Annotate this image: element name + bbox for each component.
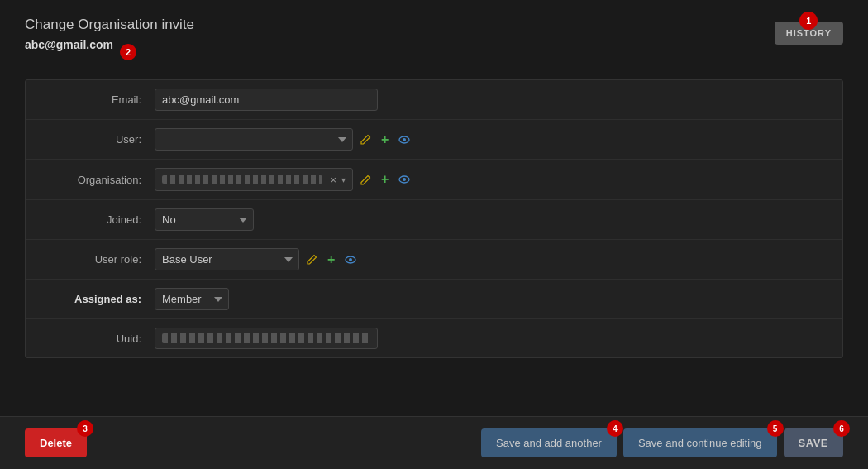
user-role-select-wrap: Base User Admin Manager +	[155, 248, 359, 270]
user-role-select[interactable]: Base User Admin Manager	[155, 248, 299, 270]
user-label: User:	[39, 133, 155, 146]
user-select[interactable]	[155, 128, 353, 151]
org-select-wrap: × ▾ +	[155, 168, 413, 191]
save-continue-wrap: Save and continue editing 5	[623, 428, 777, 457]
save-badge: 6	[833, 420, 850, 437]
email-row: Email:	[26, 80, 842, 120]
user-role-label: User role:	[39, 253, 155, 266]
save-and-continue-button[interactable]: Save and continue editing	[623, 428, 777, 457]
uuid-label: Uuid:	[39, 333, 155, 345]
org-dropdown-arrow: ▾	[339, 175, 346, 184]
email-label: Email:	[39, 93, 155, 106]
record-name: abc@gmail.com	[25, 38, 113, 51]
assigned-as-row: Assigned as: Member Admin Owner	[26, 280, 842, 319]
main-content: Change Organisation invite abc@gmail.com…	[0, 0, 868, 416]
delete-btn-wrap: Delete 3	[25, 428, 87, 457]
user-role-row: User role: Base User Admin Manager +	[26, 240, 842, 280]
page-title: Change Organisation invite	[25, 17, 843, 33]
user-row: User: +	[26, 120, 842, 160]
uuid-blurred	[162, 333, 370, 343]
org-view-icon[interactable]	[396, 174, 413, 185]
svg-point-5	[349, 258, 352, 261]
user-select-wrap: +	[155, 128, 413, 151]
uuid-row: Uuid:	[26, 319, 842, 357]
assigned-as-label: Assigned as:	[39, 293, 155, 305]
org-clear-button[interactable]: ×	[327, 174, 339, 186]
joined-label: Joined:	[39, 213, 155, 226]
role-view-icon[interactable]	[342, 254, 359, 266]
org-blurred-value	[162, 175, 322, 184]
save-wrap: SAVE 6	[784, 428, 843, 457]
user-view-icon[interactable]	[396, 134, 413, 146]
save-and-add-button[interactable]: Save and add another	[481, 428, 617, 457]
org-add-icon[interactable]: +	[379, 170, 391, 189]
save-add-badge: 4	[607, 420, 623, 437]
org-edit-icon[interactable]	[358, 173, 374, 187]
joined-row: Joined: No Yes	[26, 200, 842, 240]
form-section: Email: User: +	[25, 79, 843, 358]
organisation-select-display[interactable]: × ▾	[155, 168, 353, 191]
footer-bar: Delete 3 Save and add another 4 Save and…	[0, 416, 868, 469]
user-add-icon[interactable]: +	[379, 131, 391, 149]
role-edit-icon[interactable]	[304, 252, 320, 266]
footer-right: Save and add another 4 Save and continue…	[481, 428, 843, 457]
footer-left: Delete 3	[25, 428, 87, 457]
organisation-label: Organisation:	[39, 174, 155, 186]
assigned-as-select[interactable]: Member Admin Owner	[155, 288, 229, 310]
page-wrapper: Change Organisation invite abc@gmail.com…	[0, 0, 868, 469]
user-edit-icon[interactable]	[358, 132, 374, 146]
history-btn-wrap: 1 HISTORY	[775, 12, 843, 45]
record-badge: 2	[120, 44, 136, 60]
joined-select[interactable]: No Yes	[155, 208, 254, 231]
delete-badge: 3	[77, 420, 93, 437]
save-continue-badge: 5	[767, 420, 784, 437]
role-add-icon[interactable]: +	[325, 251, 337, 269]
svg-point-3	[403, 178, 406, 181]
save-add-wrap: Save and add another 4	[481, 428, 617, 457]
organisation-row: Organisation: × ▾ +	[26, 160, 842, 200]
svg-point-1	[403, 138, 406, 141]
email-input[interactable]	[155, 89, 378, 111]
